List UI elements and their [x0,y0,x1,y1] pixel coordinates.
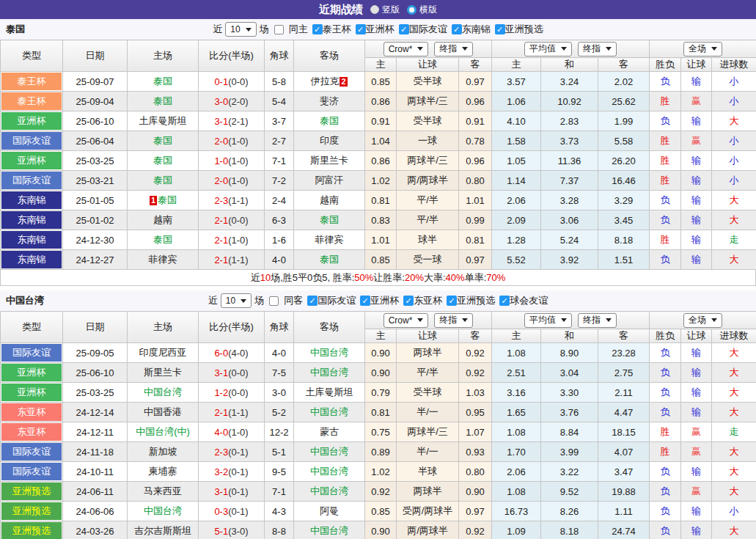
type-cell: 东南锦 [1,210,63,230]
chevron-down-icon [561,47,567,51]
league-filter[interactable]: ✓东南锦 [452,23,491,36]
result-handicap: 输 [681,72,712,92]
odds-home: 0.89 [365,442,397,462]
league-filter[interactable]: ✓国际友谊 [399,23,447,36]
half-score: (1-1) [228,195,248,206]
full-score: 2-0 [214,175,228,186]
period-select[interactable]: 全场 [683,313,722,328]
home-team-name: 马来西亚 [144,485,182,496]
away-team: 印度 [294,131,365,151]
league-label: 国际友谊 [318,294,356,307]
avg-away: 1.51 [598,250,650,270]
score-cell: 4-0(1-0) [199,422,265,442]
full-score: 3-1 [214,116,228,127]
full-score: 0-1 [214,76,228,87]
league-filter[interactable]: ✓亚洲杯 [360,294,399,307]
date-cell: 25-01-02 [63,210,128,230]
league-checkbox[interactable]: ✓ [452,24,462,34]
near-count-select[interactable]: 10 [225,22,256,37]
league-filter[interactable]: ✓球会友谊 [499,294,548,307]
odds-handicap: 一球 [397,131,459,151]
league-checkbox[interactable]: ✓ [360,296,370,306]
team-title: 泰国 [6,23,25,36]
home-team: 泰国 [128,171,199,191]
avg-away: 5.58 [598,131,650,151]
type-badge: 亚洲杯 [1,112,62,130]
full-score: 3-1 [214,486,228,497]
odds-away: 0.97 [459,502,492,521]
near-count-select[interactable]: 10 [221,293,252,308]
same-side-checkbox[interactable] [269,296,279,306]
type-cell: 国际友谊 [1,131,63,151]
odds-time-select[interactable]: 终指 [434,42,473,56]
league-label: 国际友谊 [409,23,447,36]
match-row: 东亚杯24-12-14中国香港2-1(1-1)5-2中国台湾0.81半/一0.9… [1,403,756,422]
date-cell: 25-06-10 [63,111,128,131]
result-handicap: 输 [681,403,712,422]
away-team: 伊拉克2 [294,72,365,92]
league-filter[interactable]: ✓亚洲预选 [447,294,495,307]
bookmaker-select[interactable]: Crow* [383,313,429,328]
date-cell: 25-01-05 [63,191,128,210]
type-cell: 东亚杯 [1,403,63,422]
avg-home: 1.08 [492,482,541,502]
type-cell: 亚洲预选 [1,502,63,521]
league-filter[interactable]: ✓国际友谊 [307,294,356,307]
avg-time-select[interactable]: 终指 [578,42,617,56]
league-checkbox[interactable]: ✓ [495,24,505,34]
league-checkbox[interactable]: ✓ [399,24,409,34]
bookmaker-select[interactable]: Crow* [383,42,429,56]
odds-handicap: 受两/两球半 [397,502,459,521]
league-checkbox[interactable]: ✓ [312,24,323,34]
col-score: 比分(半场) [199,312,265,343]
section-taiwan: 中国台湾 近 10 场 同客 ✓国际友谊✓亚洲杯✓东亚杯✓亚洲预选✓球会友谊 类… [0,290,756,539]
sub-handicap: 让球 [397,58,459,72]
result-winloss: 负 [650,250,681,270]
avg-select[interactable]: 平均值 [524,42,572,56]
vertical-radio-label: 竖版 [382,4,400,16]
league-checkbox[interactable]: ✓ [356,24,366,34]
match-row: 亚洲杯25-06-10土库曼斯坦3-1(2-1)3-7泰国0.91受半球0.91… [1,111,756,131]
horizontal-radio-icon[interactable] [407,5,416,15]
result-goals: 大 [712,403,756,422]
period-select[interactable]: 全场 [683,42,722,56]
league-checkbox[interactable]: ✓ [307,296,318,306]
result-handicap: 输 [681,502,712,521]
result-handicap: 输 [681,250,712,270]
result-handicap: 赢 [681,482,712,502]
avg-away: 4.07 [598,442,650,462]
league-filter[interactable]: ✓亚洲预选 [495,23,543,36]
type-cell: 国际友谊 [1,171,63,191]
result-goals: 小 [712,171,756,191]
league-filter[interactable]: ✓泰王杯 [312,23,351,36]
avg-home: 2.06 [492,191,541,210]
league-checkbox[interactable]: ✓ [403,296,414,306]
result-goals: 大 [712,250,756,270]
half-score: (0-1) [228,466,248,477]
league-filter[interactable]: ✓亚洲杯 [356,23,394,36]
layout-horizontal-option[interactable]: 横版 [407,4,437,16]
avg-select[interactable]: 平均值 [524,313,572,328]
vertical-radio-icon[interactable] [370,5,379,14]
odds-handicap: 两球半/三 [397,422,459,442]
sub-result: 胜负 [650,329,681,343]
home-team-name: 越南 [153,214,172,225]
home-team: 菲律宾 [128,250,199,270]
layout-vertical-option[interactable]: 竖版 [370,4,400,16]
sub-draw: 和 [541,58,598,72]
odds-time-select[interactable]: 终指 [434,313,473,328]
result-winloss: 负 [650,383,681,403]
chevron-down-icon [606,318,612,322]
home-team: 泰国 [128,151,199,171]
odds-home: 0.81 [365,403,397,422]
type-badge: 东亚杯 [1,403,62,421]
league-filter[interactable]: ✓东亚杯 [403,294,442,307]
avg-home: 1.28 [492,230,541,250]
avg-time-select[interactable]: 终指 [578,313,617,328]
match-row: 国际友谊24-10-11柬埔寨3-2(0-1)9-5中国台湾1.02半球0.80… [1,462,756,482]
same-side-checkbox[interactable] [274,25,284,34]
league-checkbox[interactable]: ✓ [447,296,457,306]
type-badge: 泰王杯 [1,92,62,110]
date-cell: 24-12-11 [63,422,128,442]
league-checkbox[interactable]: ✓ [499,296,510,306]
